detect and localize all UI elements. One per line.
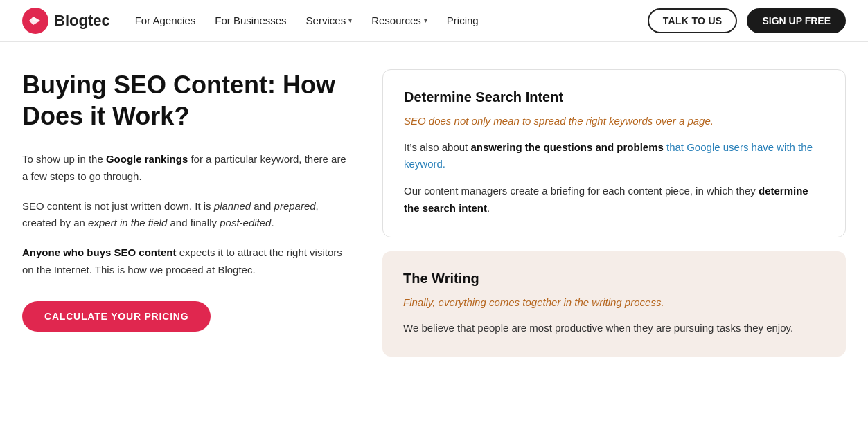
resources-chevron-icon: ▾ [424,17,427,24]
search-intent-body2: Our content managers create a briefing f… [404,183,824,217]
finally-em: Finally [403,296,432,308]
nav-pricing[interactable]: Pricing [447,15,479,26]
google-rankings-bold: Google rankings [106,153,188,165]
logo-text: Blogtec [54,12,110,30]
navbar: Blogtec For Agencies For Businesses Serv… [0,0,868,42]
nav-for-agencies[interactable]: For Agencies [135,15,196,26]
left-column: Buying SEO Content: How Does it Work? To… [22,69,355,357]
main-content: Buying SEO Content: How Does it Work? To… [0,42,868,379]
paragraph-anyone-buys: Anyone who buys SEO content expects it t… [22,244,355,279]
search-intent-title: Determine Search Intent [404,89,824,105]
paragraph-google-rankings: To show up in the Google rankings for a … [22,151,355,186]
logo-link[interactable]: Blogtec [22,8,110,34]
writing-title: The Writing [403,271,825,287]
nav-actions: TALK TO US SIGN UP FREE [648,8,846,33]
search-intent-body1: It’s also about answering the questions … [404,139,824,174]
calculate-pricing-button[interactable]: CALCULATE YOUR PRICING [22,301,211,332]
post-edited-em: post-edited [220,217,271,228]
expert-em: expert in the field [88,217,167,228]
sign-up-free-button[interactable]: SIGN UP FREE [747,8,846,33]
nav-for-businesses[interactable]: For Businesses [215,15,286,26]
paragraph-seo-content: SEO content is not just written down. It… [22,198,355,233]
search-intent-card: Determine Search Intent SEO does not onl… [382,69,846,237]
planned-em: planned [214,200,251,212]
anyone-buys-bold: Anyone who buys SEO content [22,246,177,258]
logo-icon [22,8,48,34]
writing-subtitle: Finally, everything comes together in th… [403,295,825,311]
page-title: Buying SEO Content: How Does it Work? [22,69,355,132]
services-chevron-icon: ▾ [348,17,352,24]
prepared-em: prepared [274,200,316,212]
nav-resources[interactable]: Resources ▾ [371,15,427,26]
writing-card: The Writing Finally, everything comes to… [382,251,846,357]
nav-services[interactable]: Services ▾ [306,15,353,26]
right-column: Determine Search Intent SEO does not onl… [382,69,846,357]
writing-body1: We believe that people are most producti… [403,320,825,337]
answering-questions-bold: answering the questions and problems [470,141,663,153]
talk-to-us-button[interactable]: TALK TO US [648,8,738,33]
nav-links: For Agencies For Businesses Services ▾ R… [135,15,648,26]
search-intent-subtitle: SEO does not only mean to spread the rig… [404,114,824,129]
